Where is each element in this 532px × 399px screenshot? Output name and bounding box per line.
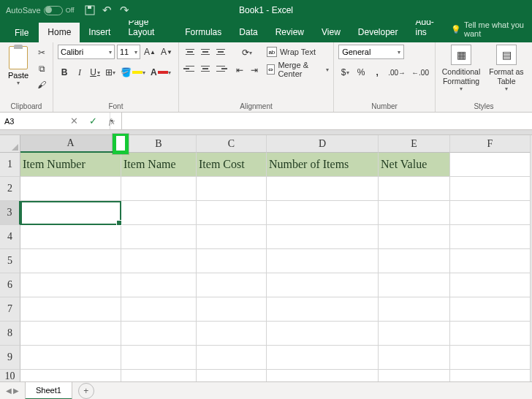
cell-f7[interactable] (450, 297, 531, 322)
align-center-button[interactable] (199, 61, 212, 76)
cell-b1[interactable]: Item Name (121, 153, 197, 177)
format-as-table-button[interactable]: ▤ Format as Table▾ (485, 45, 528, 93)
cell-d6[interactable] (267, 273, 379, 297)
conditional-formatting-button[interactable]: ▦ Conditional Formatting▾ (440, 45, 482, 93)
new-sheet-button[interactable]: + (78, 383, 94, 399)
cell-a6[interactable] (20, 273, 121, 297)
cell-d8[interactable] (267, 322, 379, 346)
increase-font-button[interactable]: A▲ (142, 45, 157, 59)
cell-e9[interactable] (379, 346, 450, 370)
col-header-c[interactable]: C (197, 135, 267, 153)
number-format-dropdown[interactable]: General▾ (338, 45, 404, 59)
cell-e5[interactable] (379, 249, 450, 273)
cell-c1[interactable]: Item Cost (197, 153, 267, 177)
cell-c6[interactable] (197, 273, 267, 297)
cell-c8[interactable] (197, 322, 267, 346)
row-header-7[interactable]: 7 (0, 297, 20, 322)
tab-formulas[interactable]: Formulas (176, 23, 230, 42)
orientation-button[interactable]: ⟳▾ (233, 45, 261, 60)
cell-e3[interactable] (379, 201, 450, 225)
row-header-2[interactable]: 2 (0, 177, 20, 201)
cell-a4[interactable] (20, 225, 121, 249)
cell-f9[interactable] (450, 346, 531, 370)
cell-b8[interactable] (121, 322, 197, 346)
cell-e6[interactable] (379, 273, 450, 297)
save-icon[interactable] (85, 5, 95, 15)
col-header-a[interactable]: A (20, 135, 121, 153)
cell-c7[interactable] (197, 297, 267, 322)
cell-d7[interactable] (267, 297, 379, 322)
cell-f2[interactable] (450, 177, 531, 201)
autosave-toggle[interactable]: AutoSave Off (0, 6, 75, 15)
tab-home[interactable]: Home (39, 23, 80, 42)
cell-f5[interactable] (450, 249, 531, 273)
cell-b9[interactable] (121, 346, 197, 370)
col-header-f[interactable]: F (450, 135, 531, 153)
cell-f6[interactable] (450, 273, 531, 297)
cell-a2[interactable] (20, 177, 121, 201)
cell-b6[interactable] (121, 273, 197, 297)
bold-button[interactable]: B (58, 65, 71, 80)
borders-button[interactable]: ⊞▾ (104, 65, 117, 80)
cell-d9[interactable] (267, 346, 379, 370)
col-header-b[interactable]: B (121, 135, 197, 153)
align-bottom-button[interactable] (214, 45, 227, 59)
row-header-4[interactable]: 4 (0, 225, 20, 249)
cell-e8[interactable] (379, 322, 450, 346)
italic-button[interactable]: I (73, 65, 86, 80)
cell-f4[interactable] (450, 225, 531, 249)
undo-icon[interactable]: ↶ (102, 5, 113, 15)
cell-b2[interactable] (121, 177, 197, 201)
tab-insert[interactable]: Insert (80, 23, 119, 42)
row-header-9[interactable]: 9 (0, 346, 20, 370)
cancel-formula-button[interactable]: ✕ (64, 115, 83, 126)
decrease-indent-button[interactable]: ⇤ (233, 63, 246, 77)
cell-e4[interactable] (379, 225, 450, 249)
cell-c4[interactable] (197, 225, 267, 249)
cell-f8[interactable] (450, 322, 531, 346)
align-right-button[interactable] (214, 61, 227, 76)
cell-e1[interactable]: Net Value (379, 153, 450, 177)
sheet-nav-next[interactable]: ▶ (13, 387, 19, 395)
align-middle-button[interactable] (199, 45, 212, 59)
cell-d5[interactable] (267, 249, 379, 273)
enter-formula-button[interactable]: ✓ (83, 115, 102, 126)
percent-format-button[interactable]: % (354, 65, 368, 80)
cell-d3[interactable] (267, 201, 379, 225)
sheet-tab-sheet1[interactable]: Sheet1 (25, 382, 72, 400)
cell-b5[interactable] (121, 249, 197, 273)
format-painter-button[interactable]: 🖌 (35, 78, 48, 91)
row-header-8[interactable]: 8 (0, 322, 20, 346)
cell-a3[interactable] (20, 201, 121, 225)
align-top-button[interactable] (183, 45, 197, 59)
cell-a5[interactable] (20, 249, 121, 273)
cell-a1[interactable]: Item Number (20, 153, 121, 177)
comma-format-button[interactable]: , (370, 65, 384, 80)
row-header-6[interactable]: 6 (0, 273, 20, 297)
cell-d4[interactable] (267, 225, 379, 249)
font-size-dropdown[interactable]: 11▾ (117, 45, 140, 59)
font-color-button[interactable]: A▾ (149, 65, 172, 80)
merge-center-button[interactable]: ⇔ Merge & Center ▾ (267, 62, 329, 77)
column-resize-highlight[interactable] (113, 134, 129, 154)
tab-review[interactable]: Review (267, 23, 313, 42)
cell-b7[interactable] (121, 297, 197, 322)
increase-decimal-button[interactable]: .00→ (387, 65, 407, 80)
paste-button[interactable]: Paste ▾ (4, 45, 32, 86)
insert-function-button[interactable]: fx (102, 117, 121, 126)
cell-f1[interactable] (450, 153, 531, 177)
cell-a7[interactable] (20, 297, 121, 322)
cell-c2[interactable] (197, 177, 267, 201)
align-left-button[interactable] (183, 61, 197, 76)
col-header-e[interactable]: E (379, 135, 450, 153)
fill-color-button[interactable]: 🪣▾ (119, 65, 147, 80)
select-all-button[interactable] (0, 135, 20, 153)
cell-d2[interactable] (267, 177, 379, 201)
underline-button[interactable]: U▾ (88, 65, 102, 80)
decrease-decimal-button[interactable]: ←.00 (410, 65, 430, 80)
row-header-5[interactable]: 5 (0, 249, 20, 273)
wrap-text-button[interactable]: ab Wrap Text (267, 45, 329, 59)
tab-developer[interactable]: Developer (349, 23, 407, 42)
redo-icon[interactable]: ↷ (120, 5, 130, 15)
row-header-3[interactable]: 3 (0, 201, 20, 225)
